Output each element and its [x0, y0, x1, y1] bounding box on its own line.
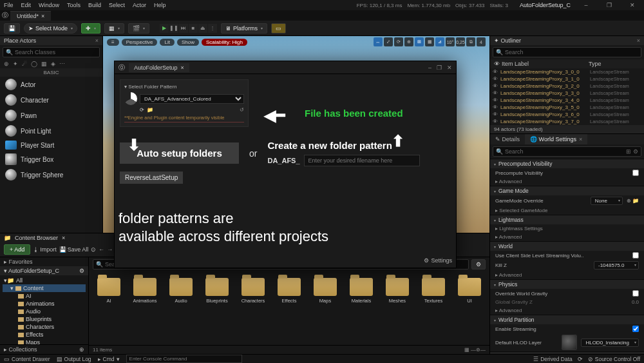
eye-icon[interactable]: 👁: [493, 83, 498, 89]
actor-item-trigger-box[interactable]: Trigger Box: [0, 152, 102, 167]
sequencer-button[interactable]: 🎬: [128, 23, 149, 34]
outliner-row[interactable]: 👁LandscapeStreamingProxy_3_6_0LandscapeS…: [490, 111, 644, 118]
derived-data-button[interactable]: ☰ Derived Data: [533, 356, 573, 362]
folder-item[interactable]: Characters: [238, 278, 268, 304]
project-header[interactable]: ▾ AutoFolderSetup_C⚙: [0, 266, 88, 275]
tree-all[interactable]: ▾📁 All: [3, 277, 86, 284]
outliner-row[interactable]: 👁LandscapeStreamingProxy_3_7_0LandscapeS…: [490, 118, 644, 125]
transform-scale-icon[interactable]: ⤢: [384, 37, 393, 46]
precompute-vis-checkbox[interactable]: [632, 170, 639, 176]
outliner-row[interactable]: 👁LandscapeStreamingProxy_3_3_0LandscapeS…: [490, 90, 644, 97]
gear-icon[interactable]: ⚙: [79, 268, 84, 274]
window-max-button[interactable]: ❐: [601, 2, 617, 8]
cat-icon[interactable]: ◈: [51, 61, 55, 67]
perspective-button[interactable]: Perspective: [122, 39, 158, 46]
killz-input[interactable]: -1048575.0: [594, 261, 639, 270]
actor-item-point-light[interactable]: Point Light: [0, 123, 102, 139]
console-input[interactable]: [126, 355, 242, 363]
folder-item[interactable]: Audio: [166, 278, 196, 304]
section-world-partition[interactable]: World Partition: [490, 315, 644, 324]
folder-item[interactable]: Effects: [274, 278, 304, 304]
window-min-button[interactable]: –: [428, 64, 431, 71]
show-button[interactable]: Show: [177, 39, 199, 46]
outliner-row[interactable]: 👁LandscapeStreamingProxy_3_0_0LandscapeS…: [490, 68, 644, 75]
lm-settings-label[interactable]: Lightmass Settings: [499, 226, 543, 231]
save-button[interactable]: 💾: [4, 23, 20, 34]
select-pattern-header[interactable]: ▾ Select Folder Pattern: [124, 84, 244, 90]
browse-icon[interactable]: 📁: [147, 107, 153, 113]
cat-icon[interactable]: ⊕: [4, 61, 9, 67]
streaming-checkbox[interactable]: [632, 326, 639, 332]
folder-item[interactable]: UI: [455, 278, 484, 304]
import-button[interactable]: ⭳Import: [33, 246, 57, 253]
tree-item[interactable]: Characters: [3, 323, 86, 331]
outliner-search[interactable]: 🔍Search: [493, 47, 641, 57]
outliner-tab[interactable]: ✦ Outliner×: [490, 36, 644, 45]
close-icon[interactable]: ×: [579, 136, 582, 142]
menu-tools[interactable]: Tools: [67, 2, 80, 8]
eye-icon[interactable]: 👁: [493, 69, 498, 75]
outliner-row[interactable]: 👁LandscapeStreamingProxy_3_1_0LandscapeS…: [490, 75, 644, 83]
client-stream-checkbox[interactable]: [632, 252, 639, 259]
menu-file[interactable]: File: [4, 2, 14, 8]
place-actors-tab[interactable]: Place Actors ×: [0, 36, 102, 45]
selected-gm-label[interactable]: Selected GameMode: [499, 208, 547, 213]
marketplace-button[interactable]: ▦: [104, 23, 124, 34]
eject-button[interactable]: ⏏: [198, 24, 207, 33]
snap-grid-icon[interactable]: ⊞: [415, 37, 424, 46]
window-close-button[interactable]: ✕: [625, 2, 640, 8]
history-back-button[interactable]: ⊙: [91, 246, 96, 253]
skip-button[interactable]: ⏭: [179, 24, 188, 33]
details-search[interactable]: 🔍Search⊞ ⚙: [493, 146, 641, 157]
menu-select[interactable]: Select: [109, 2, 125, 8]
cat-icon[interactable]: ⋯: [59, 61, 65, 67]
viewport-menu-button[interactable]: ≡: [107, 39, 119, 46]
asset-grid[interactable]: AI Animations Audio Blueprints Character…: [89, 271, 489, 345]
close-icon[interactable]: ×: [41, 13, 44, 19]
grid-size-icon[interactable]: ▦: [425, 37, 434, 46]
label-column[interactable]: Item Label: [502, 61, 589, 67]
advanced-label[interactable]: Advanced: [499, 308, 522, 313]
view-options-icon[interactable]: ▦ —⊚—: [464, 347, 486, 353]
tree-item[interactable]: Animations: [3, 300, 86, 308]
play-button[interactable]: ▶: [160, 24, 169, 33]
cat-icon[interactable]: ☄: [22, 61, 27, 67]
tree-item[interactable]: AI: [3, 292, 86, 300]
menu-build[interactable]: Build: [88, 2, 101, 8]
add-content-button[interactable]: ✚: [81, 23, 100, 34]
scalability-button[interactable]: Scalability: High: [202, 39, 247, 46]
activity-icon[interactable]: ⟳: [578, 356, 583, 362]
tree-item[interactable]: Effects: [3, 331, 86, 338]
window-close-button[interactable]: ✕: [447, 64, 452, 71]
filter-button[interactable]: ⚙: [471, 259, 486, 270]
favorites-header[interactable]: ▸ Favorites: [0, 257, 88, 266]
save-all-button[interactable]: 💾Save All: [59, 246, 89, 253]
details-tab[interactable]: ✎ Details: [490, 134, 525, 144]
add-button[interactable]: + Add: [4, 244, 30, 255]
browse-icon[interactable]: ⊕ 📁: [627, 198, 639, 204]
content-browser-tab[interactable]: Content Browser: [15, 235, 58, 241]
advanced-label[interactable]: Advanced: [499, 179, 522, 184]
add-icon[interactable]: ⊕: [79, 346, 84, 353]
menu-edit[interactable]: Edit: [21, 2, 32, 8]
cat-icon[interactable]: ▦: [41, 61, 47, 67]
eye-icon[interactable]: 👁: [493, 104, 498, 110]
cat-icon[interactable]: ✦: [13, 61, 18, 67]
launch-button[interactable]: ▭: [271, 23, 286, 34]
angle-value[interactable]: 10°: [446, 37, 455, 46]
cat-icon[interactable]: ◯: [31, 61, 37, 67]
folder-item[interactable]: Materials: [346, 278, 376, 304]
eye-icon[interactable]: 👁: [493, 97, 498, 103]
advanced-label[interactable]: Advanced: [499, 272, 522, 278]
source-control-button[interactable]: ⊘ Source Control Off: [588, 356, 640, 362]
world-settings-tab[interactable]: 🌐 World Settings×: [525, 134, 587, 144]
overlay-titlebar[interactable]: ⓪ AutoFolderSetup × – ❐ ✕: [115, 61, 456, 74]
actor-item-pawn[interactable]: Pawn: [0, 108, 102, 123]
camera-speed-value[interactable]: 4: [477, 37, 486, 46]
output-log-button[interactable]: ▤ Output Log: [57, 356, 91, 362]
main-level-tab[interactable]: Untitled* ×: [10, 11, 51, 21]
eye-icon[interactable]: 👁: [493, 119, 498, 124]
close-icon[interactable]: ×: [62, 235, 65, 241]
pause-button[interactable]: ❚❚: [169, 24, 178, 33]
outliner-row[interactable]: 👁LandscapeStreamingProxy_3_2_0LandscapeS…: [490, 83, 644, 90]
